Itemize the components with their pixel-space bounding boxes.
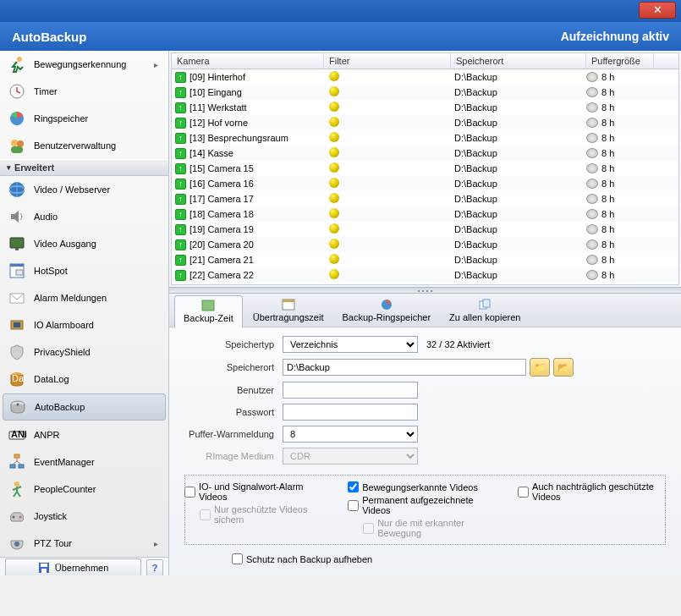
check-label: Auch nachträglich geschützte Videos	[532, 481, 666, 502]
save-icon	[38, 562, 50, 574]
table-row[interactable]: ↑[16] Camera 16D:\Backup8 h	[172, 176, 678, 191]
sidebar-item-people[interactable]: PeopleCounter	[0, 476, 168, 503]
window-grid-icon	[7, 261, 27, 281]
table-row[interactable]: ↑[12] Hof vorneD:\Backup8 h	[172, 115, 678, 130]
sidebar-item-joystick[interactable]: Joystick	[0, 503, 168, 530]
clock-icon	[7, 81, 27, 102]
table-row[interactable]: ↑[14] KasseD:\Backup8 h	[172, 146, 678, 161]
sidebar-item-users[interactable]: Benutzerverwaltung	[0, 132, 168, 159]
help-button[interactable]: ?	[146, 559, 163, 575]
label-user: Benutzer	[181, 385, 283, 395]
sidebar-item-webserver[interactable]: Video / Webserver	[0, 176, 168, 203]
table-row[interactable]: ↑[21] Camera 21D:\Backup8 h	[172, 252, 678, 267]
table-row[interactable]: ↑[11] WerkstattD:\Backup8 h	[172, 100, 678, 115]
sidebar-label: AutoBackup	[35, 402, 161, 412]
camera-table[interactable]: Kamera Filter Speicherort Puffergröße ↑[…	[171, 52, 679, 285]
buffer-size: 8 h	[601, 209, 614, 219]
sidebar-item-timer[interactable]: Timer	[0, 78, 168, 105]
storage-path: D:\Backup	[451, 163, 586, 173]
gamepad-icon	[7, 506, 27, 526]
check-permanent-videos[interactable]: Permanent aufgezeichnete Videos	[348, 495, 492, 515]
folder-icon: 📁	[534, 362, 546, 373]
sidebar-item-ptz[interactable]: PTZ Tour▸	[0, 530, 168, 557]
sidebar-item-motion[interactable]: Bewegungserkennung▸	[0, 51, 168, 78]
check-io-signal[interactable]: IO- und Signalwort-Alarm Videos	[184, 481, 322, 502]
storage-path: D:\Backup	[451, 270, 586, 280]
col-location[interactable]: Speicherort	[451, 53, 586, 69]
sidebar-item-eventmgr[interactable]: EventManager	[0, 448, 168, 476]
filter-dot-icon	[329, 86, 339, 96]
speaker-icon	[7, 206, 27, 227]
chip-icon	[7, 315, 27, 335]
storage-path: D:\Backup	[451, 224, 586, 234]
close-button[interactable]: ✕	[639, 2, 676, 19]
buffer-size: 8 h	[601, 72, 614, 82]
new-folder-button[interactable]: 📂	[553, 358, 574, 377]
disk-icon	[586, 133, 598, 143]
horizontal-splitter[interactable]: • • • •	[169, 287, 681, 294]
check-remove-protection[interactable]: Schutz nach Backup aufheben	[232, 553, 669, 564]
table-row[interactable]: ↑[19] Camera 19D:\Backup8 h	[172, 222, 678, 237]
sidebar-item-datalog[interactable]: DataDataLog	[0, 366, 168, 393]
check-protected-only[interactable]: Nur geschützte Videos sichern	[184, 504, 322, 525]
camera-name: [11] Werkstatt	[189, 102, 247, 113]
check-motion-only[interactable]: Nur die mit erkannter Bewegung	[348, 518, 492, 538]
sidebar-item-privacy[interactable]: PrivacyShield	[0, 338, 168, 366]
storage-type-select[interactable]: Verzeichnis	[283, 336, 418, 353]
svg-point-19	[17, 404, 19, 406]
sidebar-label: PrivacyShield	[34, 347, 162, 357]
status-up-icon: ↑	[175, 118, 186, 129]
apply-button[interactable]: Übernehmen	[5, 558, 141, 575]
sidebar-group-extended[interactable]: ▾Erweitert	[0, 159, 168, 176]
buffer-size: 8 h	[601, 133, 614, 143]
table-row[interactable]: ↑[20] Camera 20D:\Backup8 h	[172, 237, 678, 252]
storage-path: D:\Backup	[451, 133, 586, 143]
status-up-icon: ↑	[175, 72, 186, 83]
status-up-icon: ↑	[175, 285, 186, 286]
storage-path-input[interactable]	[283, 359, 526, 376]
disk-icon	[586, 102, 598, 113]
sidebar-item-ring[interactable]: Ringspeicher	[0, 105, 168, 132]
sidebar-label: Joystick	[34, 511, 162, 521]
tab-copy-all[interactable]: Zu allen kopieren	[441, 295, 529, 327]
filter-dot-icon	[329, 284, 339, 285]
svg-point-0	[17, 57, 22, 62]
disk-icon	[586, 72, 598, 82]
user-input[interactable]	[283, 382, 418, 399]
sidebar-item-ioboard[interactable]: IO Alarmboard	[0, 311, 168, 338]
disk-icon	[586, 179, 598, 189]
tab-label: Zu allen kopieren	[449, 312, 520, 322]
table-row[interactable]: ↑[22] Camera 22D:\Backup8 h	[172, 267, 678, 283]
col-filter[interactable]: Filter	[324, 53, 451, 69]
tab-backup-time[interactable]: Backup-Zeit	[174, 295, 243, 327]
sidebar-item-videoout[interactable]: Video Ausgang	[0, 230, 168, 257]
sidebar-item-autobackup[interactable]: AutoBackup	[3, 393, 166, 421]
sidebar-item-anpr[interactable]: ANPRANPR	[0, 421, 168, 448]
check-motion-videos[interactable]: Bewegungserkannte Videos	[348, 481, 492, 492]
table-row[interactable]: ↑[15] Camera 15D:\Backup8 h	[172, 161, 678, 176]
table-row[interactable]: ↑[18] Camera 18D:\Backup8 h	[172, 206, 678, 222]
table-row[interactable]: ↑[23] Camera 23D:\Backup8 h	[172, 283, 678, 285]
table-row[interactable]: ↑[10] EingangD:\Backup8 h	[172, 85, 678, 100]
col-camera[interactable]: Kamera	[172, 53, 324, 69]
table-row[interactable]: ↑[09] HinterhofD:\Backup8 h	[172, 69, 678, 85]
sidebar-item-audio[interactable]: Audio	[0, 203, 168, 230]
sidebar-item-hotspot[interactable]: HotSpot	[0, 257, 168, 284]
tab-label: Backup-Zeit	[184, 313, 233, 323]
table-row[interactable]: ↑[13] BesprechungsraumD:\Backup8 h	[172, 130, 678, 146]
camera-name: [20] Camera 20	[189, 239, 254, 250]
running-person-icon	[7, 54, 27, 74]
table-row[interactable]: ↑[17] Camera 17D:\Backup8 h	[172, 191, 678, 206]
col-buffer[interactable]: Puffergröße	[586, 53, 654, 69]
browse-folder-button[interactable]: 📁	[530, 358, 550, 377]
plate-icon: ANPR	[7, 425, 27, 445]
sidebar-item-alarm[interactable]: Alarm Meldungen	[0, 284, 168, 311]
tab-ring-storage[interactable]: Backup-Ringspeicher	[333, 295, 439, 327]
tab-transfer-time[interactable]: Übertragungszeit	[244, 295, 332, 327]
password-input[interactable]	[283, 404, 418, 421]
disk-icon	[586, 118, 598, 128]
buffer-warn-select[interactable]: 8	[283, 426, 418, 443]
svg-rect-22	[14, 454, 19, 458]
check-later-protected[interactable]: Auch nachträglich geschützte Videos	[518, 481, 666, 502]
camera-name: [12] Hof vorne	[189, 118, 248, 128]
